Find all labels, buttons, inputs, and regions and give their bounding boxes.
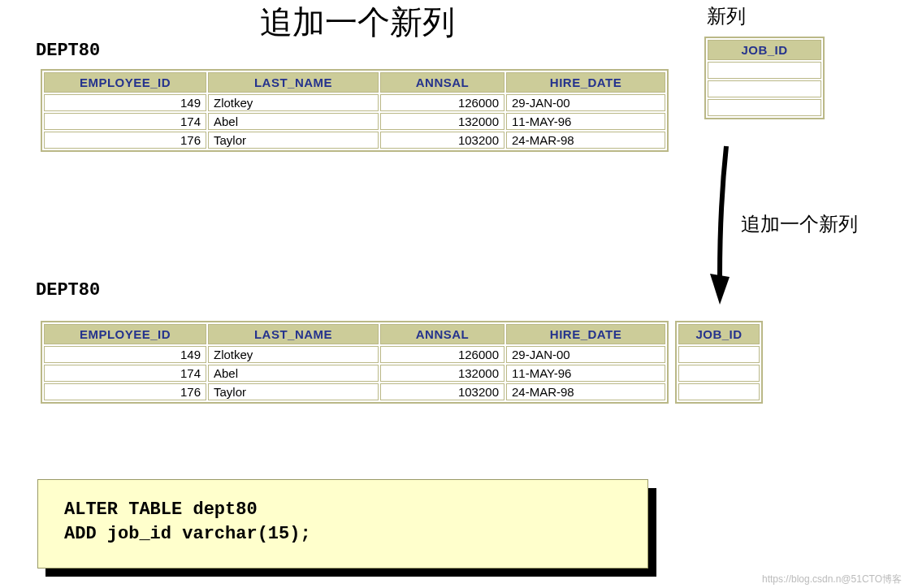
table-cell: 29-JAN-00	[506, 94, 665, 111]
table-cell	[708, 62, 821, 79]
col-header-jobid: JOB_ID	[708, 40, 821, 60]
table-cell: 24-MAR-98	[506, 132, 665, 149]
col-header-employee-id: EMPLOYEE_ID	[44, 72, 206, 93]
jobid-table-top: JOB_ID	[704, 37, 825, 119]
table-cell	[678, 383, 760, 400]
table-cell: 132000	[380, 365, 504, 382]
col-header-jobid: JOB_ID	[678, 324, 760, 344]
table-row: 149 Zlotkey 126000 29-JAN-00	[44, 346, 665, 363]
dept80-table-top: EMPLOYEE_ID LAST_NAME ANNSAL HIRE_DATE 1…	[41, 69, 669, 152]
col-header-employee-id: EMPLOYEE_ID	[44, 324, 206, 344]
dept80-table-bottom: EMPLOYEE_ID LAST_NAME ANNSAL HIRE_DATE 1…	[41, 321, 669, 404]
col-header-hire-date: HIRE_DATE	[506, 72, 665, 93]
table-cell: 11-MAY-96	[506, 113, 665, 130]
arrow-label: 追加一个新列	[741, 211, 858, 237]
table-cell: 11-MAY-96	[506, 365, 665, 382]
table-cell: 174	[44, 113, 206, 130]
svg-marker-0	[710, 274, 730, 305]
table-cell	[708, 80, 821, 97]
table-cell: 176	[44, 383, 206, 400]
table-row: 174 Abel 132000 11-MAY-96	[44, 113, 665, 130]
col-header-hire-date: HIRE_DATE	[506, 324, 665, 344]
table-cell: 24-MAR-98	[506, 383, 665, 400]
col-header-last-name: LAST_NAME	[208, 72, 379, 93]
table-cell: Taylor	[208, 383, 379, 400]
table-cell: 103200	[380, 383, 504, 400]
table-name-label-top: DEPT80	[36, 41, 100, 61]
table-cell	[678, 365, 760, 382]
table-cell: 176	[44, 132, 206, 149]
table-cell: Zlotkey	[208, 94, 379, 111]
table-cell: 132000	[380, 113, 504, 130]
table-row: 176 Taylor 103200 24-MAR-98	[44, 383, 665, 400]
watermark: https://blog.csdn.n@51CTO博客	[762, 573, 902, 586]
col-header-last-name: LAST_NAME	[208, 324, 379, 344]
table-cell: Abel	[208, 365, 379, 382]
table-cell: Abel	[208, 113, 379, 130]
table-cell: 126000	[380, 94, 504, 111]
page-title: 追加一个新列	[260, 0, 455, 45]
new-column-label-top: 新列	[707, 3, 746, 29]
table-cell: 126000	[380, 346, 504, 363]
table-cell: 103200	[380, 132, 504, 149]
table-name-label-bottom: DEPT80	[36, 280, 100, 300]
table-row: 174 Abel 132000 11-MAY-96	[44, 365, 665, 382]
table-cell: 149	[44, 94, 206, 111]
col-header-annsal: ANNSAL	[380, 72, 504, 93]
table-cell	[678, 346, 760, 363]
sql-code-box: ALTER TABLE dept80 ADD job_id varchar(15…	[37, 479, 648, 569]
col-header-annsal: ANNSAL	[380, 324, 504, 344]
table-cell: 174	[44, 365, 206, 382]
table-row: 176 Taylor 103200 24-MAR-98	[44, 132, 665, 149]
table-cell: 149	[44, 346, 206, 363]
jobid-table-bottom: JOB_ID	[675, 321, 763, 404]
table-cell: Taylor	[208, 132, 379, 149]
table-cell: Zlotkey	[208, 346, 379, 363]
table-row: 149 Zlotkey 126000 29-JAN-00	[44, 94, 665, 111]
table-cell	[708, 99, 821, 116]
table-cell: 29-JAN-00	[506, 346, 665, 363]
